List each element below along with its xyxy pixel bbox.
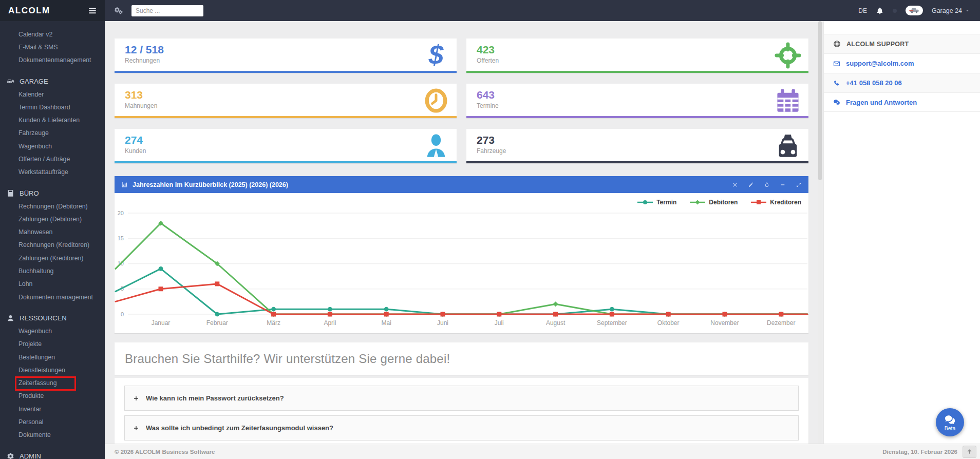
sidebar-section-label: ADMIN <box>20 452 41 459</box>
notifications-bell-icon[interactable] <box>876 7 884 15</box>
phone-icon <box>833 80 840 87</box>
car-front-icon <box>775 132 801 159</box>
envelope-icon <box>833 60 840 67</box>
sidebar-item-werkstattauftr-ge[interactable]: Werkstattaufträge <box>0 166 105 179</box>
svg-text:Oktober: Oktober <box>657 319 680 327</box>
sidebar-item-mahnwesen[interactable]: Mahnwesen <box>0 226 105 239</box>
sidebar-item-termin-dashboard[interactable]: Termin Dashboard <box>0 101 105 113</box>
sidebar-item-kalender[interactable]: Kalender <box>0 88 105 101</box>
sidebar-item-wagenbuch[interactable]: Wagenbuch <box>0 324 105 337</box>
sidebar-item-zeiterfassung[interactable]: Zeiterfassung <box>0 376 105 389</box>
svg-text:Januar: Januar <box>152 319 171 327</box>
pencil-icon[interactable] <box>748 182 754 188</box>
faq-question: Was sollte ich unbedingt zum Zeiterfasun… <box>146 424 333 432</box>
svg-text:Juni: Juni <box>437 319 448 327</box>
search-input[interactable] <box>131 5 203 16</box>
sidebar-item-produkte[interactable]: Produkte <box>0 390 105 403</box>
sidebar-item-inventar[interactable]: Inventar <box>0 403 105 415</box>
stat-value: 274 <box>125 134 457 146</box>
sidebar-item-dienstleistungen[interactable]: Dienstleistungen <box>0 364 105 376</box>
faq-item-1[interactable]: Wie kann ich mein Passwort zurücksetzen? <box>124 386 799 411</box>
sidebar-item-wagenbuch[interactable]: Wagenbuch <box>0 140 105 152</box>
legend-item-kreditoren: Kreditoren <box>751 199 801 206</box>
legend-item-termin: Termin <box>637 199 676 206</box>
footer-date: Dienstag, 10. Februar 2026 <box>882 449 957 455</box>
scroll-top-button[interactable] <box>963 446 976 458</box>
stat-card-mahnungen[interactable]: 313Mahnungen <box>115 84 457 118</box>
comments-icon <box>944 414 956 426</box>
topbar: ALCOLM DE Garage 24 <box>0 0 980 21</box>
main-scrollbar[interactable] <box>818 21 822 444</box>
stat-card-kunden[interactable]: 274Kunden <box>115 129 457 163</box>
sidebar-item-dokumenten-management[interactable]: Dokumenten management <box>0 291 105 303</box>
sidebar-item-buchhaltung[interactable]: Buchhaltung <box>0 264 105 277</box>
scrollbar-thumb[interactable] <box>818 21 822 180</box>
sidebar-item-projekte[interactable]: Projekte <box>0 338 105 351</box>
main-content: 12 / 518Rechnungen$423Offerten313Mahnung… <box>105 21 823 444</box>
sidebar-item-e-mail-sms[interactable]: E-Mail & SMS <box>0 41 105 53</box>
sidebar-item-fahrzeuge[interactable]: Fahrzeuge <box>0 127 105 140</box>
svg-text:20: 20 <box>118 210 124 216</box>
support-email-link[interactable]: support@alcolm.com <box>824 53 980 73</box>
stat-card-offerten[interactable]: 423Offerten <box>466 39 808 73</box>
sidebar-section-ressourcen[interactable]: RESSOURCEN <box>0 312 105 324</box>
sidebar-item-zahlungen-kreditoren-[interactable]: Zahlungen (Kreditoren) <box>0 252 105 264</box>
support-link-label: +41 058 058 20 06 <box>846 79 902 87</box>
stat-value: 313 <box>125 89 457 101</box>
avatar[interactable] <box>906 6 923 15</box>
sidebar-item-calendar-v2[interactable]: Calendar v2 <box>0 28 105 41</box>
svg-text:April: April <box>324 319 336 327</box>
sidebar-section-label: RESSOURCEN <box>20 314 67 322</box>
support-link-label: support@alcolm.com <box>846 60 914 67</box>
sidebar-section-b-ro[interactable]: BÜRO <box>0 187 105 200</box>
plus-icon <box>133 395 139 401</box>
sidebar-item-offerten-auftr-ge[interactable]: Offerten / Aufträge <box>0 152 105 165</box>
sidebar-item-dokumente[interactable]: Dokumente <box>0 429 105 442</box>
yearly-overview-chart: 05101520JanuarFebruarMärzAprilMaiJuniJul… <box>115 193 808 333</box>
language-selector[interactable]: DE <box>858 7 867 14</box>
stat-card-rechnungen[interactable]: 12 / 518Rechnungen$ <box>115 39 457 73</box>
sidebar-section-garage[interactable]: GARAGE <box>0 75 105 88</box>
stat-card-fahrzeuge[interactable]: 273Fahrzeuge <box>466 129 808 163</box>
support-title-row: ALCOLM SUPPORT <box>824 34 980 53</box>
sidebar-item-personal[interactable]: Personal <box>0 415 105 428</box>
comments-icon <box>833 99 840 106</box>
stat-label: Fahrzeuge <box>477 147 808 155</box>
svg-text:Dezember: Dezember <box>767 319 795 327</box>
svg-text:November: November <box>710 319 739 327</box>
stat-label: Termine <box>477 102 808 109</box>
support-faq-link[interactable]: Fragen und Antworten <box>824 92 980 112</box>
svg-text:15: 15 <box>118 235 124 241</box>
crosshair-icon <box>775 42 801 69</box>
chart-body: TerminDebitorenKreditoren 05101520Januar… <box>115 193 808 333</box>
sidebar-item-kunden-lieferanten[interactable]: Kunden & Lieferanten <box>0 113 105 126</box>
stat-label: Offerten <box>477 57 808 64</box>
faq-item-2[interactable]: Was sollte ich unbedingt zum Zeiterfasun… <box>124 415 799 441</box>
person-icon <box>423 132 449 159</box>
support-phone-link[interactable]: +41 058 058 20 06 <box>824 73 980 92</box>
sidebar-item-rechnungen-kreditoren-[interactable]: Rechnungen (Kreditoren) <box>0 239 105 252</box>
calendar-icon <box>775 87 801 114</box>
chart-legend: TerminDebitorenKreditoren <box>637 199 801 206</box>
chart-panel-header: Jahreszahlen im Kurzüberblick (2025) (20… <box>115 176 808 193</box>
sidebar-item-lohn[interactable]: Lohn <box>0 278 105 291</box>
close-icon[interactable] <box>732 182 738 188</box>
stat-value: 273 <box>477 134 808 146</box>
sidebar-item-bestellungen[interactable]: Bestellungen <box>0 351 105 364</box>
sidebar-item-dokumentenmanagement[interactable]: Dokumentenmanagement <box>0 54 105 67</box>
support-panel: ALCOLM SUPPORT support@alcolm.com+41 058… <box>823 21 980 444</box>
sidebar-item-zahlungen-debitoren-[interactable]: Zahlungen (Debitoren) <box>0 213 105 225</box>
sidebar-item-rechnungen-debitoren-[interactable]: Rechnungen (Debitoren) <box>0 200 105 213</box>
beta-chat-button[interactable]: Beta <box>936 408 964 436</box>
sidebar-section-admin[interactable]: ADMIN <box>0 450 105 459</box>
menu-toggle-icon[interactable] <box>88 6 97 15</box>
droplet-icon[interactable] <box>764 182 770 188</box>
expand-icon[interactable] <box>796 182 802 188</box>
stat-card-termine[interactable]: 643Termine <box>466 84 808 118</box>
support-link-label: Fragen und Antworten <box>846 99 917 106</box>
settings-cogs-icon[interactable] <box>114 6 123 15</box>
minus-icon[interactable] <box>780 182 786 188</box>
gear-icon <box>7 452 14 459</box>
arrow-up-icon <box>966 448 973 455</box>
account-menu[interactable]: Garage 24 <box>932 7 970 14</box>
